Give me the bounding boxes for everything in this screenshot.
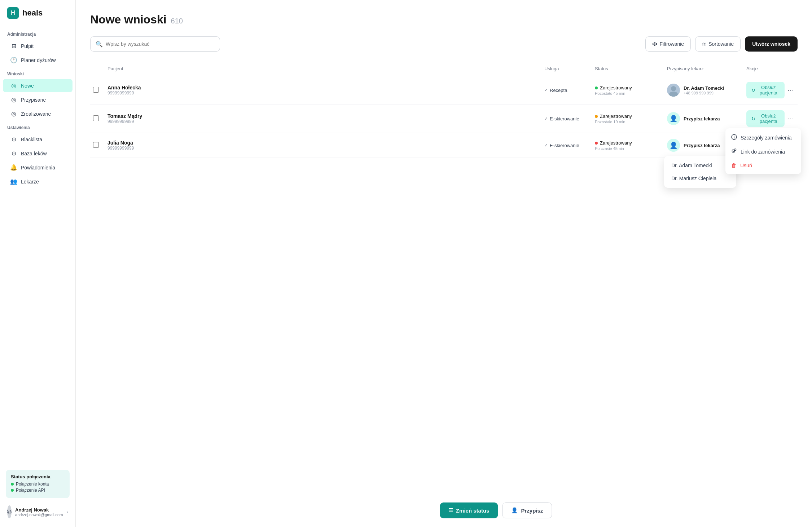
- status-label-konto: Połączenie konta: [16, 482, 49, 487]
- dropdown-item-link[interactable]: Link do zamówienia: [725, 145, 801, 159]
- dropdown-item-details[interactable]: Szczegóły zamówienia: [725, 130, 801, 145]
- sidebar-section-wnioski: Wnioski: [0, 67, 75, 79]
- row2-serve-button[interactable]: ↻ Obsłuż pacjenta: [746, 110, 785, 127]
- sidebar-item-pulpit[interactable]: ⊞ Pulpit: [3, 39, 73, 53]
- assign-label: Przypisz: [521, 508, 543, 514]
- sidebar-label-przypisane: Przypisane: [21, 97, 46, 103]
- toolbar: 🔍 ⧾ Filtrowanie ≋ Sortowanie Utwórz wnio…: [90, 36, 798, 52]
- row2-actions: ↻ Obsłuż pacjenta ⋯ Szcze: [743, 110, 798, 127]
- grid-icon: ⊞: [10, 43, 17, 49]
- sidebar-item-lekarze[interactable]: 👥 Lekarze: [3, 175, 73, 188]
- row3-assign-avatar: 👤: [667, 139, 680, 152]
- baza-icon: ⊙: [10, 150, 17, 157]
- row1-patient: Anna Hołecka 99999999999: [105, 85, 541, 96]
- user-row[interactable]: AN Andrzej Nowak andrzej.nowak@gmail.com…: [6, 502, 70, 521]
- sidebar-label-blacklista: Blacklista: [21, 137, 42, 142]
- user-email: andrzej.nowak@gmail.com: [15, 513, 63, 517]
- row3-patient-name: Julia Noga: [107, 140, 539, 146]
- page-header: Nowe wnioski 610: [90, 13, 798, 26]
- row3-checkbox[interactable]: [93, 142, 99, 148]
- assign-button[interactable]: 👤 Przypisz: [502, 502, 552, 518]
- dropdown-item-delete[interactable]: 🗑 Usuń: [725, 159, 801, 172]
- page-title: Nowe wnioski: [90, 13, 167, 26]
- col-pacjent: Pacjent: [105, 65, 541, 73]
- doctor-avatar-img: [667, 84, 680, 97]
- dropdown-link-label: Link do zamówienia: [741, 149, 785, 155]
- row1-status-chip: Zarejestrowany: [595, 85, 632, 90]
- row1-doctor-avatar: [667, 84, 680, 97]
- sidebar-label-planer: Planer dyżurów: [21, 57, 56, 63]
- user-name: Andrzej Nowak: [15, 507, 63, 513]
- svg-point-1: [671, 86, 676, 91]
- check-icon: ✓: [544, 88, 548, 93]
- row3-patient: Julia Noga 99999999999: [105, 140, 541, 151]
- col-lekarz: Przypisany lekarz: [664, 65, 743, 73]
- bell-icon: 🔔: [10, 164, 17, 171]
- row1-doctor-info: Dr. Adam Tomecki +48 999 999 999: [684, 85, 724, 95]
- status-polaczenie-api: Połączenie API: [11, 488, 65, 493]
- sidebar-item-powiadomienia[interactable]: 🔔 Powiadomienia: [3, 161, 73, 174]
- doctor-option-2[interactable]: Dr. Mariusz Ciepiela: [664, 172, 736, 185]
- sort-icon: ≋: [702, 41, 706, 47]
- row1-actions: ↻ Obsłuż pacjenta ⋯: [743, 82, 798, 98]
- row2-doctor-row: 👤 Przypisz lekarza: [667, 112, 741, 125]
- row1-status-label: Zarejestrowany: [600, 85, 632, 90]
- row2-status-dot: [595, 115, 598, 118]
- dropdown-details-label: Szczegóły zamówienia: [741, 135, 792, 141]
- row3-patient-phone: 99999999999: [107, 146, 539, 151]
- clock-icon: 🕐: [10, 57, 17, 63]
- create-button[interactable]: Utwórz wniosek: [745, 36, 798, 52]
- serve-icon: ↻: [751, 116, 755, 121]
- row2-checkbox[interactable]: [93, 115, 99, 121]
- search-input[interactable]: [106, 41, 215, 47]
- check-icon: ✓: [544, 143, 548, 148]
- row3-status: Zarejestrowany Po czasie 45min: [592, 140, 664, 151]
- logo-letter: H: [11, 10, 15, 16]
- row2-serve-label: Obsłuż pacjenta: [758, 113, 780, 124]
- sidebar-item-blacklista[interactable]: ⊙ Blacklista: [3, 133, 73, 146]
- sidebar-item-przypisane[interactable]: ◎ Przypisane: [3, 93, 73, 106]
- row3-status-chip: Zarejestrowany: [595, 140, 632, 146]
- row1-doctor-name: Dr. Adam Tomecki: [684, 85, 724, 91]
- row3-status-label: Zarejestrowany: [600, 140, 632, 146]
- status-box: Status połączenia Połączenie konta Połąc…: [6, 470, 70, 498]
- row3-status-time: Po czasie 45min: [595, 146, 661, 151]
- avatar: AN: [7, 505, 12, 518]
- sidebar-item-planer[interactable]: 🕐 Planer dyżurów: [3, 53, 73, 67]
- row2-more-button[interactable]: ⋯: [787, 113, 795, 124]
- blacklista-icon: ⊙: [10, 136, 17, 143]
- row1-more-button[interactable]: ⋯: [787, 84, 795, 96]
- row3-service-label: E-skierowanie: [550, 143, 579, 148]
- sidebar-item-nowe[interactable]: ◎ Nowe: [3, 79, 73, 92]
- table: Pacjent Usługa Status Przypisany lekarz …: [90, 62, 798, 158]
- row2-status: Zarejestrowany Pozostało 19 min: [592, 113, 664, 124]
- page-count: 610: [171, 17, 183, 25]
- lekarze-icon: 👥: [10, 178, 17, 185]
- row2-doctor-info: Przypisz lekarza: [684, 116, 720, 121]
- sidebar-label-lekarze: Lekarze: [21, 179, 39, 185]
- zrealizowane-icon: ◎: [10, 110, 17, 117]
- col-usluga: Usługa: [541, 65, 592, 73]
- row2-status-chip: Zarejestrowany: [595, 114, 632, 119]
- row2-status-label: Zarejestrowany: [600, 114, 632, 119]
- row1-checkbox[interactable]: [93, 87, 99, 93]
- doctor-option-2-label: Dr. Mariusz Ciepiela: [671, 176, 716, 181]
- sidebar-item-baza-lekow[interactable]: ⊙ Baza leków: [3, 147, 73, 160]
- table-row: Tomasz Mądry 99999999999 ✓ E-skierowanie…: [90, 105, 798, 133]
- serve-icon: ↻: [751, 88, 755, 93]
- sort-label: Sortowanie: [708, 41, 734, 47]
- table-row: Julia Noga 99999999999 ✓ E-skierowanie Z…: [90, 133, 798, 158]
- create-label: Utwórz wniosek: [752, 41, 790, 47]
- change-status-button[interactable]: ☰ Zmień status: [440, 502, 498, 518]
- status-label-api: Połączenie API: [16, 488, 45, 493]
- sort-button[interactable]: ≋ Sortowanie: [695, 36, 741, 52]
- table-row: Anna Hołecka 99999999999 ✓ Recepta Zarej…: [90, 76, 798, 105]
- row2-assign-avatar: 👤: [667, 112, 680, 125]
- row1-serve-button[interactable]: ↻ Obsłuż pacjenta: [746, 82, 785, 98]
- filter-button[interactable]: ⧾ Filtrowanie: [645, 36, 691, 52]
- row2-service-label: E-skierowanie: [550, 116, 579, 121]
- col-status: Status: [592, 65, 664, 73]
- sidebar-item-zrealizowane[interactable]: ◎ Zrealizowane: [3, 107, 73, 120]
- search-icon: 🔍: [96, 41, 103, 48]
- chevron-right-icon: ›: [66, 509, 68, 515]
